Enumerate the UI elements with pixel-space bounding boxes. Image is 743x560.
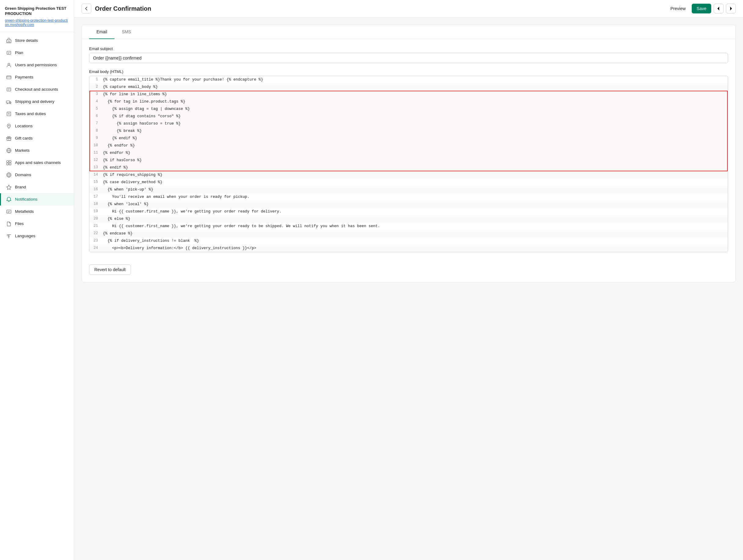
svg-point-3: [8, 63, 10, 65]
email-body-label: Email body (HTML): [89, 69, 728, 74]
code-line: 10 {% endfor %}: [89, 142, 728, 149]
store-name: Green Shipping Protection TEST PRODUCTIO…: [5, 6, 69, 16]
code-line: 24 <p><b>Delivery information:</b> {{ de…: [89, 245, 728, 252]
sidebar: Green Shipping Protection TEST PRODUCTIO…: [0, 0, 74, 560]
svg-rect-6: [6, 101, 10, 103]
sidebar-item-label: Store details: [15, 38, 69, 43]
sidebar-item-taxes-duties[interactable]: Taxes and duties: [0, 108, 74, 120]
next-button[interactable]: [726, 4, 736, 13]
svg-rect-16: [7, 163, 8, 165]
sidebar-item-files[interactable]: Files: [0, 218, 74, 230]
preview-button[interactable]: Preview: [667, 4, 689, 13]
line-number: 14: [89, 171, 100, 179]
sidebar-item-plan[interactable]: Plan: [0, 47, 74, 59]
line-code: {% break %}: [100, 127, 728, 135]
sidebar-item-languages[interactable]: Languages: [0, 230, 74, 242]
sidebar-item-apps-sales-channels[interactable]: Apps and sales channels: [0, 157, 74, 169]
svg-rect-14: [7, 161, 8, 163]
back-icon: [84, 6, 89, 11]
line-number: 22: [89, 230, 100, 237]
line-code: {% endif %}: [100, 135, 728, 142]
line-code: {% capture email_title %}Thank you for y…: [100, 76, 728, 83]
sidebar-item-markets[interactable]: Markets: [0, 144, 74, 157]
code-line: 4 {% for tag in line.product.tags %}: [89, 98, 728, 105]
line-number: 16: [89, 186, 100, 193]
next-icon: [728, 6, 733, 11]
svg-point-8: [10, 103, 11, 104]
sidebar-item-gift-cards[interactable]: Gift cards: [0, 132, 74, 144]
line-code: {% when 'local' %}: [100, 201, 728, 208]
svg-rect-15: [9, 161, 11, 163]
line-code: {% capture email_body %}: [100, 83, 728, 91]
sidebar-item-label: Checkout and accounts: [15, 87, 69, 92]
tab-sms[interactable]: SMS: [115, 25, 138, 39]
line-number: 20: [89, 215, 100, 223]
taxes-icon: [6, 111, 12, 117]
line-code: {% endcase %}: [100, 230, 728, 237]
revert-button[interactable]: Revert to default: [89, 264, 131, 275]
back-button[interactable]: [82, 4, 91, 13]
code-line: 1{% capture email_title %}Thank you for …: [89, 76, 728, 83]
domains-icon: [6, 172, 12, 178]
line-code: {% endif %}: [100, 164, 728, 171]
store-icon: [6, 38, 12, 44]
line-number: 17: [89, 193, 100, 201]
shipping-icon: [6, 99, 12, 105]
user-icon: [6, 62, 12, 68]
sidebar-nav: Store details Plan Users and permissions…: [0, 32, 74, 560]
line-number: 24: [89, 245, 100, 252]
line-number: 4: [89, 98, 100, 105]
checkout-icon: [6, 86, 12, 92]
sidebar-item-locations[interactable]: Locations: [0, 120, 74, 132]
email-subject-input[interactable]: [89, 53, 728, 63]
code-line: 21 Hi {{ customer.first_name }}, we're g…: [89, 223, 728, 230]
sidebar-item-label: Notifications: [15, 197, 69, 202]
line-code: {% endfor %}: [100, 149, 728, 157]
tab-email[interactable]: Email: [89, 25, 115, 39]
line-code: {% for tag in line.product.tags %}: [100, 98, 728, 105]
code-editor[interactable]: 1{% capture email_title %}Thank you for …: [89, 76, 728, 252]
svg-rect-5: [7, 88, 11, 91]
email-body-group: Email body (HTML) 1{% capture email_titl…: [89, 69, 728, 252]
svg-point-10: [8, 125, 9, 126]
main-content: Order Confirmation Preview Save: [74, 0, 743, 560]
payments-icon: [6, 74, 12, 80]
line-code: {% endfor %}: [100, 142, 728, 149]
sidebar-item-shipping-delivery[interactable]: Shipping and delivery: [0, 95, 74, 108]
code-line: 19 Hi {{ customer.first_name }}, we're g…: [89, 208, 728, 215]
sidebar-item-brand[interactable]: Brand: [0, 181, 74, 193]
sidebar-item-metafields[interactable]: Metafields: [0, 206, 74, 218]
sidebar-item-store-details[interactable]: Store details: [0, 35, 74, 47]
sidebar-item-label: Gift cards: [15, 136, 69, 140]
files-icon: [6, 221, 12, 227]
code-line: 11{% endfor %}: [89, 149, 728, 157]
sidebar-item-users-permissions[interactable]: Users and permissions: [0, 59, 74, 71]
store-url[interactable]: green-shipping-protection-test-productio…: [5, 18, 69, 27]
save-button[interactable]: Save: [692, 4, 711, 13]
line-number: 5: [89, 105, 100, 113]
code-line: 9 {% endif %}: [89, 135, 728, 142]
code-line: 16 {% when 'pick-up' %}: [89, 186, 728, 193]
code-line: 5 {% assign dtag = tag | downcase %}: [89, 105, 728, 113]
sidebar-item-domains[interactable]: Domains: [0, 169, 74, 181]
sidebar-item-label: Payments: [15, 75, 69, 79]
bell-icon: [6, 196, 12, 203]
line-number: 1: [89, 76, 100, 83]
code-line: 2{% capture email_body %}: [89, 83, 728, 91]
sidebar-item-notifications[interactable]: Notifications: [0, 193, 74, 206]
prev-button[interactable]: [714, 4, 724, 13]
line-code: {% when 'pick-up' %}: [100, 186, 728, 193]
code-line: 22{% endcase %}: [89, 230, 728, 237]
sidebar-item-checkout-accounts[interactable]: Checkout and accounts: [0, 83, 74, 95]
brand-icon: [6, 184, 12, 190]
line-number: 2: [89, 83, 100, 91]
languages-icon: [6, 233, 12, 239]
line-number: 12: [89, 157, 100, 164]
sidebar-header: Green Shipping Protection TEST PRODUCTIO…: [0, 0, 74, 32]
svg-rect-4: [7, 76, 11, 79]
topbar-actions: Preview Save: [667, 4, 736, 13]
sidebar-item-label: Shipping and delivery: [15, 99, 69, 104]
sidebar-item-payments[interactable]: Payments: [0, 71, 74, 83]
sidebar-item-label: Files: [15, 221, 69, 226]
line-number: 21: [89, 223, 100, 230]
